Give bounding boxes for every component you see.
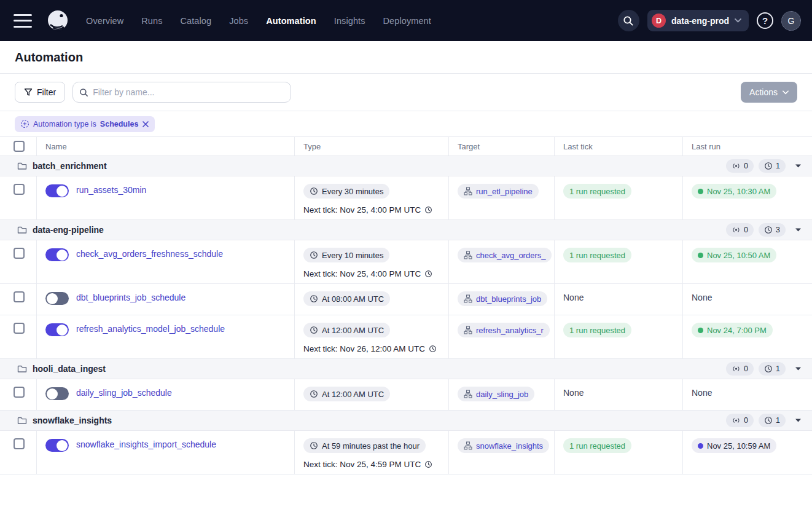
target-link[interactable]: check_avg_orders_ [476,251,545,260]
schedule-row-refresh-analytics: refresh_analytics_model_job_schedule At … [0,315,812,359]
nav-item-catalog[interactable]: Catalog [180,16,211,26]
search-button[interactable] [618,10,639,31]
active-filters-row: Automation type is Schedules [0,111,812,137]
schedule-row-daily-sling: daily_sling_job_schedule At 12:00 AM UTC… [0,379,812,411]
clock-icon [310,294,318,303]
nav-item-deployment[interactable]: Deployment [383,16,431,26]
column-header-last-tick: Last tick [555,137,683,156]
sensor-count-badge: 0 [726,414,754,427]
close-icon[interactable] [142,120,149,128]
schedule-cadence: At 12:00 AM UTC [322,390,384,399]
chip-value: Schedules [100,120,139,128]
schedule-count-badge: 3 [759,223,786,237]
last-tick-status[interactable]: 1 run requested [563,323,631,337]
nav-item-insights[interactable]: Insights [334,16,365,26]
help-icon[interactable]: ? [757,12,773,29]
schedule-toggle[interactable] [45,439,69,452]
schedule-name-link[interactable]: dbt_blueprints_job_schedule [76,293,185,302]
dashed-circle-plus-icon [20,119,29,128]
row-checkbox[interactable] [14,291,25,302]
expand-caret-icon[interactable] [794,417,802,423]
group-row-hooli-data-ingest[interactable]: hooli_data_ingest 0 1 [0,359,812,379]
page-title: Automation [15,50,83,65]
run-success-dot [698,328,703,333]
last-run-none: None [692,388,712,398]
deployment-name: data-eng-prod [671,16,729,26]
dagster-logo-icon[interactable] [45,9,70,33]
group-name: hooli_data_ingest [33,364,106,374]
nav-item-automation[interactable]: Automation [266,16,316,26]
filter-button[interactable]: Filter [15,82,65,103]
target-pill[interactable]: check_avg_orders_ [458,248,552,262]
last-run-status[interactable]: Nov 25, 10:30 AM [692,184,776,199]
nav-item-jobs[interactable]: Jobs [229,16,248,26]
folder-icon [17,416,27,425]
schedule-cadence: Every 30 minutes [322,187,383,196]
group-row-snowflake-insights[interactable]: snowflake_insights 0 1 [0,411,812,431]
nav-item-runs[interactable]: Runs [141,16,162,26]
folder-icon [17,226,27,234]
expand-caret-icon[interactable] [794,366,802,372]
clock-icon [429,345,437,353]
nav-item-overview[interactable]: Overview [86,16,123,26]
deployment-switcher[interactable]: D data-eng-prod [647,10,749,31]
schedule-name-link[interactable]: daily_sling_job_schedule [76,388,172,398]
primary-nav: Overview Runs Catalog Jobs Automation In… [86,16,431,26]
schedule-count-badge: 1 [759,362,786,376]
name-filter-input[interactable] [93,87,284,97]
schedule-name-link[interactable]: check_avg_orders_freshness_schdule [76,249,223,259]
actions-button-label: Actions [749,87,778,97]
run-started-dot [698,443,703,449]
schedule-name-link[interactable]: run_assets_30min [76,185,146,195]
last-run-none: None [692,293,712,302]
expand-caret-icon[interactable] [794,227,802,233]
target-link[interactable]: dbt_blueprints_job [476,294,541,304]
target-link[interactable]: daily_sling_job [476,390,528,399]
schedule-toggle[interactable] [45,184,69,197]
select-all-checkbox[interactable] [14,141,25,152]
row-checkbox[interactable] [14,184,25,195]
schedule-cadence: At 08:00 AM UTC [322,294,384,304]
last-tick-status[interactable]: 1 run requested [563,184,631,199]
last-run-status[interactable]: Nov 25, 10:59 AM [692,438,776,453]
target-pill[interactable]: dbt_blueprints_job [458,291,547,306]
actions-button[interactable]: Actions [741,82,797,103]
row-checkbox[interactable] [14,248,25,259]
deployment-avatar: D [652,14,666,28]
last-tick-status[interactable]: 1 run requested [563,438,631,453]
target-pill[interactable]: refresh_analytics_r [458,323,550,337]
table-header: Name Type Target Last tick Last run [0,137,812,156]
row-checkbox[interactable] [14,323,25,334]
target-link[interactable]: snowflake_insights [476,441,543,451]
clock-icon [764,226,773,234]
user-avatar[interactable]: G [781,11,801,31]
clock-icon [310,326,318,334]
row-checkbox[interactable] [14,438,25,449]
schedule-toggle[interactable] [45,292,69,305]
hamburger-menu-icon[interactable] [14,14,32,28]
group-row-batch-enrichment[interactable]: batch_enrichment 0 1 [0,156,812,176]
expand-caret-icon[interactable] [794,163,802,169]
schedule-toggle[interactable] [45,323,69,336]
schedule-cadence: Every 10 minutes [322,251,383,260]
target-pill[interactable]: snowflake_insights [458,438,549,453]
last-tick-none: None [563,293,584,302]
sensor-count-badge: 0 [726,159,754,173]
schedule-name-link[interactable]: refresh_analytics_model_job_schedule [76,324,225,334]
last-tick-status[interactable]: 1 run requested [563,248,631,262]
schedule-toggle[interactable] [45,248,69,261]
target-link[interactable]: run_etl_pipeline [476,187,533,196]
group-row-data-eng-pipeline[interactable]: data-eng-pipeline 0 3 [0,220,812,240]
target-link[interactable]: refresh_analytics_r [476,326,544,335]
automation-type-filter-chip[interactable]: Automation type is Schedules [15,116,155,132]
schedule-toggle[interactable] [45,387,69,400]
job-icon [464,294,472,303]
last-run-status[interactable]: Nov 25, 10:50 AM [692,248,776,262]
schedule-name-link[interactable]: snowflake_insights_import_schedule [76,439,216,449]
target-pill[interactable]: run_etl_pipeline [458,184,539,199]
target-pill[interactable]: daily_sling_job [458,387,534,401]
job-icon [464,326,472,334]
row-checkbox[interactable] [14,387,25,398]
sensor-count-badge: 0 [726,362,754,376]
last-run-status[interactable]: Nov 24, 7:00 PM [692,323,773,337]
